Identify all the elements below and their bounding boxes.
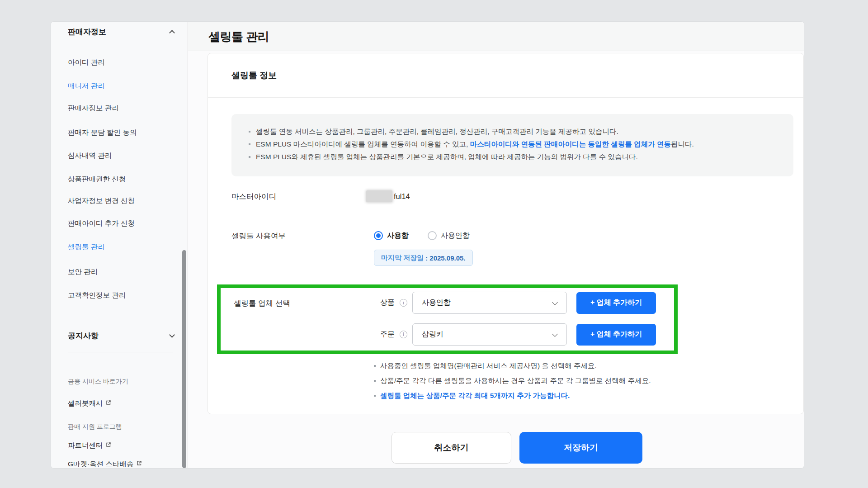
vendor-note: 셀링툴 업체는 상품/주문 각각 최대 5개까지 추가 가능합니다.: [374, 391, 570, 401]
info-icon[interactable]: i: [400, 299, 407, 307]
sidebar-item-security[interactable]: 보안 관리: [68, 267, 98, 277]
radio-unselected-icon: [428, 231, 437, 240]
last-saved-badge: 마지막 저장일 : 2025.09.05.: [374, 250, 473, 266]
add-vendor-button[interactable]: + 업체 추가하기: [576, 292, 656, 314]
bullet-icon: [374, 380, 376, 382]
sidebar-link-star-delivery[interactable]: G마켓·옥션 스타배송: [68, 459, 142, 468]
info-bullet-text: 셀링툴 연동 서비스는 상품관리, 그룹관리, 주문관리, 클레임관리, 정산관…: [256, 125, 618, 138]
order-tool-select[interactable]: 샵링커: [412, 323, 567, 346]
sidebar-link-label: G마켓·옥션 스타배송: [68, 460, 134, 468]
main-content: 셀링툴 관리 셀링툴 정보 셀링툴 연동 서비스는 상품관리, 그룹관리, 주문…: [188, 22, 804, 468]
sidebar-item-seller-info-management[interactable]: 판매자정보 관리: [68, 103, 119, 113]
usage-label: 셀링툴 사용여부: [231, 230, 286, 242]
add-vendor-button[interactable]: + 업체 추가하기: [576, 324, 656, 346]
external-link-icon: [137, 459, 142, 468]
divider: [68, 352, 173, 352]
vendor-note-text-emphasis: 셀링툴 업체는 상품/주문 각각 최대 5개까지 추가 가능합니다.: [380, 391, 570, 401]
master-id-label: 마스터아이디: [231, 190, 276, 202]
bullet-icon: [249, 143, 250, 145]
sidebar-section-notice[interactable]: 공지사항: [68, 331, 174, 341]
sidebar-section-label: 판매자정보: [68, 28, 106, 36]
external-link-icon: [106, 440, 111, 450]
sidebar-item-review-history[interactable]: 심사내역 관리: [68, 151, 112, 161]
sidebar-item-id-management[interactable]: 아이디 관리: [68, 57, 105, 67]
radio-option-no-use[interactable]: 사용안함: [428, 231, 470, 241]
sidebar-link-sellerbot-cash[interactable]: 셀러봇캐시: [68, 398, 111, 408]
bullet-icon: [374, 395, 376, 397]
bullet-icon: [249, 156, 250, 158]
page-header: 셀링툴 관리: [188, 22, 804, 51]
chevron-up-icon: [169, 30, 175, 36]
info-icon[interactable]: i: [400, 331, 407, 338]
chevron-down-icon: [552, 331, 558, 337]
sidebar-label-finance-services[interactable]: 금융 서비스 바로가기: [68, 376, 128, 386]
app-window: 판매자정보 아이디 관리 매니저 관리 판매자정보 관리 판매자 분담 할인 동…: [51, 22, 804, 468]
radio-label: 사용안함: [441, 231, 470, 241]
info-text-plain: 됩니다.: [671, 140, 694, 148]
card-heading: 셀링툴 정보: [208, 53, 803, 98]
vendor-row-product: 상품 i 사용안함 + 업체 추가하기: [208, 292, 803, 314]
divider: [68, 320, 173, 320]
redacted-box: [366, 190, 392, 202]
order-field-label: 주문: [380, 330, 395, 339]
sidebar-section-seller-info[interactable]: 판매자정보: [68, 27, 174, 37]
save-button[interactable]: 저장하기: [519, 432, 642, 464]
radio-option-use[interactable]: 사용함: [374, 231, 409, 241]
sidebar-section-label: 공지사항: [68, 332, 99, 340]
sidebar-link-partner-center[interactable]: 파트너센터: [68, 440, 111, 450]
product-field-label: 상품: [380, 298, 395, 308]
radio-selected-icon: [374, 231, 383, 240]
sidebar-item-manager-management[interactable]: 매니저 관리: [68, 81, 105, 91]
info-text-emphasis: 마스터아이디와 연동된 판매아이디는 동일한 셀링툴 업체가 연동: [470, 140, 671, 148]
sidebar: 판매자정보 아이디 관리 매니저 관리 판매자정보 관리 판매자 분담 할인 동…: [51, 22, 188, 468]
info-notice-box: 셀링툴 연동 서비스는 상품관리, 그룹관리, 주문관리, 클레임관리, 정산관…: [231, 114, 793, 176]
sidebar-link-label: 셀러봇캐시: [68, 399, 103, 407]
usage-radio-group: 사용함 사용안함: [374, 230, 470, 242]
master-id-value: ful14: [366, 190, 410, 202]
selected-value: 샵링커: [422, 330, 443, 339]
product-tool-select[interactable]: 사용안함: [412, 292, 567, 314]
sidebar-item-customer-verification[interactable]: 고객확인정보 관리: [68, 290, 126, 300]
info-bullet: ESM PLUS 마스터아이디에 셀링툴 업체를 연동하여 이용할 수 있고, …: [249, 138, 793, 151]
sidebar-item-selling-tool[interactable]: 셀링툴 관리: [68, 242, 105, 252]
vendor-note-text: 상품/주문 각각 다른 셀링툴을 사용하시는 경우 상품과 주문 각 그룹별로 …: [380, 376, 651, 386]
sidebar-scrollbar-thumb[interactable]: [182, 250, 186, 468]
radio-label: 사용함: [387, 231, 409, 241]
sidebar-item-sales-rights[interactable]: 상품판매권한 신청: [68, 174, 126, 184]
master-id-text: ful14: [394, 192, 410, 201]
cancel-button[interactable]: 취소하기: [392, 432, 511, 464]
selling-tool-info-card: 셀링툴 정보 셀링툴 연동 서비스는 상품관리, 그룹관리, 주문관리, 클레임…: [208, 53, 804, 414]
info-bullet-text: ESM PLUS와 제휴된 셀링툴 업체는 상품관리를 기본으로 제공하며, 업…: [256, 151, 638, 163]
vendor-note: 상품/주문 각각 다른 셀링툴을 사용하시는 경우 상품과 주문 각 그룹별로 …: [374, 376, 651, 386]
sidebar-label-sales-support: 판매 지원 프로그램: [68, 422, 122, 431]
sidebar-link-label: 파트너센터: [68, 441, 103, 449]
last-saved-label: 마지막 저장일: [381, 254, 424, 262]
external-link-icon: [106, 398, 111, 408]
bullet-icon: [374, 365, 376, 367]
vendor-note-text: 사용중인 셀링툴 업체명(판매관리 서비스 제공사명) 을 선택해 주세요.: [380, 361, 597, 371]
info-bullet: 셀링툴 연동 서비스는 상품관리, 그룹관리, 주문관리, 클레임관리, 정산관…: [249, 125, 793, 138]
chevron-down-icon: [169, 332, 175, 338]
vendor-row-order: 주문 i 샵링커 + 업체 추가하기: [208, 323, 803, 346]
last-saved-date: : 2025.09.05.: [425, 254, 465, 262]
page-title: 셀링툴 관리: [208, 29, 269, 45]
chevron-down-icon: [552, 299, 558, 305]
vendor-note: 사용중인 셀링툴 업체명(판매관리 서비스 제공사명) 을 선택해 주세요.: [374, 361, 597, 371]
sidebar-item-discount-consent[interactable]: 판매자 분담 할인 동의: [68, 128, 137, 137]
selected-value: 사용안함: [422, 298, 451, 308]
info-text-plain: ESM PLUS 마스터아이디에 셀링툴 업체를 연동하여 이용할 수 있고,: [256, 140, 470, 148]
bullet-icon: [249, 131, 250, 133]
sidebar-item-business-info-change[interactable]: 사업자정보 변경 신청: [68, 196, 135, 206]
info-bullet: ESM PLUS와 제휴된 셀링툴 업체는 상품관리를 기본으로 제공하며, 업…: [249, 151, 793, 163]
info-bullet-text: ESM PLUS 마스터아이디에 셀링툴 업체를 연동하여 이용할 수 있고, …: [256, 138, 694, 151]
sidebar-item-add-seller-id[interactable]: 판매아이디 추가 신청: [68, 218, 135, 228]
